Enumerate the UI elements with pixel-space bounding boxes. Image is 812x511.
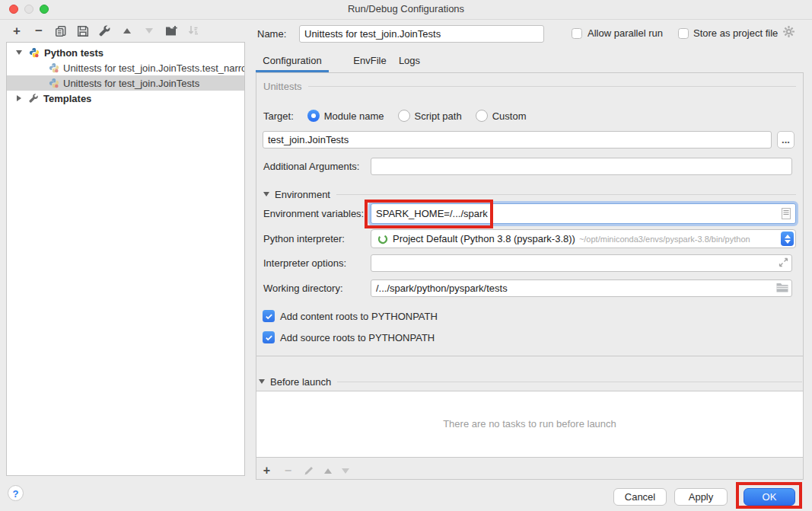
- titlebar: Run/Debug Configurations: [0, 0, 812, 20]
- remove-task-icon: −: [282, 465, 294, 477]
- working-directory-input[interactable]: [371, 279, 792, 297]
- gear-icon[interactable]: [782, 25, 795, 40]
- python-tests-icon: [28, 46, 40, 59]
- divider: [336, 194, 796, 195]
- unittests-group: Unittests: [263, 79, 796, 93]
- add-source-roots-checkbox[interactable]: [263, 331, 275, 343]
- interpreter-options-input[interactable]: [371, 254, 792, 272]
- allow-parallel-run-checkbox[interactable]: [572, 28, 582, 39]
- chevron-down-icon[interactable]: [263, 192, 269, 196]
- save-configuration-icon[interactable]: [76, 24, 90, 38]
- name-label: Name:: [257, 26, 286, 43]
- radio-module-name[interactable]: [307, 110, 320, 122]
- run-debug-configurations-dialog: Run/Debug Configurations + −: [0, 0, 812, 511]
- window-title: Run/Debug Configurations: [0, 0, 812, 18]
- divider: [337, 382, 802, 382]
- store-as-project-file-checkbox[interactable]: [678, 28, 689, 39]
- radio-script-path-label: Script path: [415, 110, 462, 122]
- python-interpreter-select[interactable]: Project Default (Python 3.8 (pyspark-3.8…: [371, 229, 796, 248]
- tree-item-unittest-narrow[interactable]: Unittests for test_join.JoinTests.test_n…: [7, 60, 244, 75]
- chevron-down-icon[interactable]: [259, 379, 265, 384]
- target-module-input[interactable]: [263, 131, 772, 149]
- before-launch-toolbar: + −: [261, 463, 349, 478]
- radio-script-path[interactable]: [398, 110, 410, 122]
- dropdown-stepper-icon[interactable]: [781, 232, 794, 246]
- configurations-toolbar: + −: [10, 24, 200, 38]
- tab-logs[interactable]: Logs: [388, 53, 431, 69]
- python-interpreter-path: ~/opt/miniconda3/envs/pyspark-3.8/bin/py…: [579, 235, 750, 244]
- apply-button[interactable]: Apply: [674, 488, 728, 506]
- store-as-project-file-label: Store as project file: [693, 27, 778, 40]
- new-folder-icon[interactable]: [164, 24, 178, 38]
- target-row: Target: Module name Script path Custom: [263, 107, 526, 124]
- edit-templates-icon[interactable]: [98, 24, 112, 38]
- edit-task-icon: [304, 465, 314, 476]
- python-test-config-icon: [48, 62, 60, 74]
- help-button[interactable]: ?: [8, 485, 24, 501]
- cancel-button[interactable]: Cancel: [613, 488, 667, 506]
- target-label: Target:: [263, 110, 294, 122]
- move-task-down-icon: [342, 468, 349, 474]
- move-task-up-icon: [324, 468, 332, 474]
- move-down-icon: [142, 24, 156, 38]
- minimize-window-button: [24, 5, 33, 14]
- add-task-icon[interactable]: +: [261, 465, 272, 477]
- add-content-roots-label: Add content roots to PYTHONPATH: [280, 311, 438, 322]
- tree-item-label: Unittests for test_join.JoinTests: [63, 78, 199, 89]
- edit-variables-icon[interactable]: [782, 208, 791, 222]
- browse-module-button[interactable]: ...: [777, 131, 794, 149]
- ok-button[interactable]: OK: [744, 488, 795, 506]
- before-launch-section-header[interactable]: Before launch: [259, 374, 802, 389]
- interpreter-options-label: Interpreter options:: [263, 254, 346, 272]
- chevron-right-icon[interactable]: [17, 95, 21, 101]
- tab-envfile[interactable]: EnvFile: [346, 53, 393, 69]
- divider: [308, 86, 796, 87]
- sort-configurations-icon: [186, 24, 200, 38]
- radio-custom-label: Custom: [492, 110, 527, 122]
- radio-custom[interactable]: [476, 110, 488, 122]
- chevron-down-icon[interactable]: [16, 50, 22, 55]
- environment-variables-input[interactable]: [371, 203, 796, 224]
- environment-variables-label: Environment variables:: [263, 204, 364, 224]
- unittests-group-label: Unittests: [263, 81, 302, 92]
- environment-section-label: Environment: [275, 189, 330, 200]
- tree-item-label: Unittests for test_join.JoinTests.test_n…: [63, 62, 245, 74]
- remove-configuration-icon[interactable]: −: [32, 24, 46, 38]
- add-configuration-icon[interactable]: +: [10, 24, 24, 38]
- python-test-config-icon: [48, 77, 60, 89]
- tab-configuration[interactable]: Configuration: [256, 53, 329, 69]
- radio-module-name-label: Module name: [324, 110, 384, 122]
- configurations-tree: Python tests Unittests for test_join.Joi…: [6, 42, 245, 476]
- tree-item-templates[interactable]: Templates: [7, 91, 244, 106]
- additional-arguments-label: Additional Arguments:: [263, 158, 359, 175]
- add-source-roots-label: Add source roots to PYTHONPATH: [280, 332, 435, 343]
- tree-item-label: Templates: [43, 93, 91, 104]
- conda-env-icon: [377, 234, 388, 244]
- copy-configuration-icon[interactable]: [54, 24, 68, 38]
- python-interpreter-value: Project Default (Python 3.8 (pyspark-3.8…: [393, 233, 575, 244]
- additional-arguments-input[interactable]: [371, 158, 792, 175]
- before-launch-task-list: There are no tasks to run before launch: [256, 391, 804, 458]
- before-launch-label: Before launch: [270, 376, 331, 388]
- tree-item-python-tests[interactable]: Python tests: [7, 45, 244, 60]
- close-window-button[interactable]: [9, 5, 18, 14]
- python-interpreter-label: Python interpreter:: [263, 229, 345, 248]
- before-launch-empty-text: There are no tasks to run before launch: [256, 391, 803, 457]
- add-content-roots-checkbox[interactable]: [263, 310, 275, 322]
- tree-item-label: Python tests: [44, 47, 103, 59]
- working-directory-label: Working directory:: [263, 279, 343, 297]
- tree-item-unittest-jointests-selected[interactable]: Unittests for test_join.JoinTests: [7, 75, 244, 91]
- zoom-window-button[interactable]: [40, 5, 49, 14]
- name-input[interactable]: [299, 25, 544, 43]
- window-controls: [9, 5, 49, 14]
- templates-wrench-icon: [27, 92, 40, 104]
- allow-parallel-run-label: Allow parallel run: [588, 27, 663, 40]
- environment-section-header[interactable]: Environment: [263, 187, 796, 202]
- expand-field-icon[interactable]: [779, 257, 788, 270]
- move-up-icon[interactable]: [120, 24, 134, 38]
- divider: [256, 356, 803, 356]
- folder-browse-icon[interactable]: [776, 283, 788, 295]
